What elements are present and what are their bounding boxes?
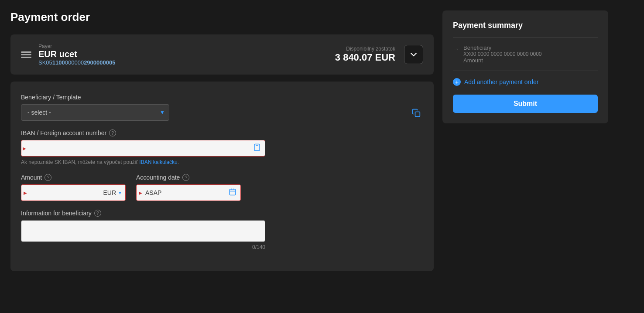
summary-divider (453, 37, 598, 37)
balance-label: Disponibilný zostatok (335, 46, 395, 52)
svg-rect-0 (415, 112, 420, 117)
iban-input-wrapper: ▶ (21, 140, 265, 156)
iban-required-icon: ▶ (23, 146, 26, 151)
amount-help-icon[interactable]: ? (45, 174, 51, 181)
iban-calc-link[interactable]: IBAN kalkulačku (139, 159, 177, 165)
iban-hint: Ak nepoznáte SK IBAN, môžete na výpočet … (21, 159, 423, 165)
amount-group: Amount ? ▶ EUR ▼ (21, 174, 126, 201)
beneficiary-select-wrapper: - select - ▼ (21, 104, 169, 121)
payer-card: Payer EUR ucet SK0511000000002900000005 … (10, 34, 434, 75)
amount-date-group: Amount ? ▶ EUR ▼ Accountin (21, 174, 423, 201)
add-payment-button[interactable]: + Add another payment order (453, 78, 538, 86)
amount-required-icon: ▶ (24, 191, 27, 195)
submit-label: Submit (514, 100, 537, 107)
add-payment-label: Add another payment order (464, 78, 538, 85)
iban-group: IBAN / Foreign account number ? ▶ (21, 129, 423, 165)
amount-input[interactable] (21, 184, 126, 201)
iban-help-icon[interactable]: ? (109, 129, 116, 136)
payer-name: EUR ucet (38, 49, 115, 59)
page-title: Payment order (10, 10, 434, 24)
amount-wrapper: ▶ EUR ▼ (21, 184, 126, 201)
form-card: Beneficiary / Template - select - ▼ (10, 82, 434, 271)
balance-amount: 3 840.07 EUR (335, 52, 395, 63)
iban-label: IBAN / Foreign account number ? (21, 129, 423, 136)
date-label: Accounting date ? (136, 174, 241, 181)
payer-iban: SK0511000000002900000005 (38, 59, 115, 66)
iban-bold2: 2900000005 (84, 59, 115, 66)
info-help-icon[interactable]: ? (94, 210, 101, 217)
beneficiary-select[interactable]: - select - (21, 104, 169, 121)
copy-icon (412, 109, 421, 117)
amount-label: Amount ? (21, 174, 126, 181)
iban-prefix: SK05 (38, 59, 52, 66)
calendar-icon[interactable] (229, 188, 236, 197)
date-help-icon[interactable]: ? (182, 174, 189, 181)
summary-amount: Amount (463, 57, 542, 64)
payer-icon (21, 51, 31, 58)
date-input[interactable] (136, 184, 241, 201)
summary-title: Payment summary (453, 21, 598, 30)
date-required-icon: ▶ (139, 191, 142, 195)
summary-arrow-icon: → (453, 45, 459, 52)
accounting-date-group: Accounting date ? ▶ (136, 174, 241, 201)
beneficiary-template-group: Beneficiary / Template - select - ▼ (21, 94, 423, 121)
payer-label: Payer (38, 43, 115, 49)
beneficiary-template-label: Beneficiary / Template (21, 94, 409, 101)
plus-circle-icon: + (453, 78, 461, 86)
summary-item: → Beneficiary XX00 0000 0000 0000 0000 0… (453, 44, 598, 64)
chevron-down-icon (410, 51, 417, 58)
date-wrapper: ▶ (136, 184, 241, 201)
iban-mid: 000000 (65, 59, 84, 66)
char-count: 0/140 (21, 244, 265, 250)
summary-divider2 (453, 71, 598, 71)
payer-dropdown-button[interactable] (404, 45, 423, 64)
svg-rect-12 (230, 189, 236, 195)
iban-calculator-icon[interactable] (253, 143, 261, 153)
summary-beneficiary: Beneficiary (463, 44, 542, 51)
payment-summary-panel: Payment summary → Beneficiary XX00 0000 … (442, 10, 608, 123)
iban-input[interactable] (21, 140, 265, 156)
beneficiary-info-group: Information for beneficiary ? 0/140 (21, 210, 423, 250)
iban-bold1: 1100 (52, 59, 65, 66)
info-beneficiary-textarea[interactable] (21, 220, 265, 242)
info-beneficiary-label: Information for beneficiary ? (21, 210, 423, 217)
submit-button[interactable]: Submit (453, 95, 598, 113)
summary-iban: XX00 0000 0000 0000 0000 0000 (463, 51, 542, 57)
copy-button[interactable] (409, 106, 423, 120)
